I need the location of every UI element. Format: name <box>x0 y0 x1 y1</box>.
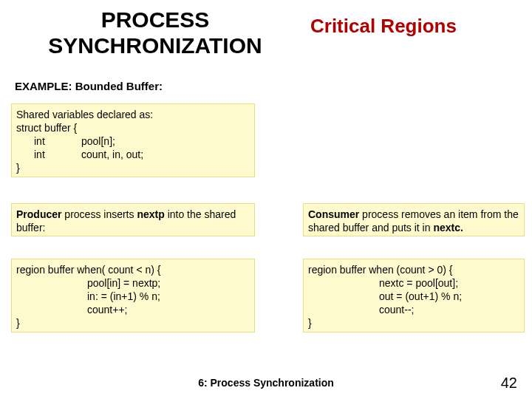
consumer-code3: out = (out+1) % n; <box>308 290 519 304</box>
shared-vars-box: Shared variables declared as: struct buf… <box>11 103 255 177</box>
producer-code4: count++; <box>16 304 250 317</box>
producer-code3: in: = (in+1) % n; <box>16 290 250 304</box>
slide-title-left: PROCESS SYNCHRONIZATION <box>44 7 266 58</box>
consumer-desc-b2: nextc. <box>433 222 463 233</box>
producer-code-box: region buffer when( count < n) { pool[in… <box>11 259 255 332</box>
shared-line1: Shared variables declared as: <box>16 109 250 122</box>
consumer-close: } <box>308 317 519 330</box>
consumer-code4: count--; <box>308 304 519 317</box>
example-label: EXAMPLE: Bounded Buffer: <box>15 80 163 92</box>
producer-code2: pool[in] = nextp; <box>16 277 250 290</box>
shared-line2: struct buffer { <box>16 122 250 135</box>
shared-close: } <box>16 162 250 175</box>
producer-close: } <box>16 317 250 330</box>
consumer-code1: region buffer when (count > 0) { <box>308 264 519 277</box>
consumer-code-box: region buffer when (count > 0) { nextc =… <box>303 259 525 332</box>
page-number: 42 <box>501 375 517 392</box>
consumer-desc-b1: Consumer <box>308 208 359 220</box>
shared-row1-rest: pool[n]; <box>81 135 115 149</box>
shared-row2: int count, in, out; <box>16 149 250 162</box>
consumer-desc-box: Consumer process removes an item from th… <box>303 203 525 236</box>
shared-row2-rest: count, in, out; <box>81 149 143 162</box>
shared-row1-kw: int <box>16 135 81 149</box>
producer-desc-box: Producer process inserts nextp into the … <box>11 203 255 236</box>
footer-title: 6: Process Synchronization <box>0 377 532 389</box>
shared-row2-kw: int <box>16 149 81 162</box>
producer-desc-mid: process inserts <box>61 208 137 220</box>
shared-row1: int pool[n]; <box>16 135 250 149</box>
producer-desc-b1: Producer <box>16 208 61 220</box>
consumer-code2: nextc = pool[out]; <box>308 277 519 290</box>
producer-desc-b2: nextp <box>137 208 164 220</box>
producer-code1: region buffer when( count < n) { <box>16 264 250 277</box>
slide-title-right: Critical Regions <box>310 15 517 38</box>
